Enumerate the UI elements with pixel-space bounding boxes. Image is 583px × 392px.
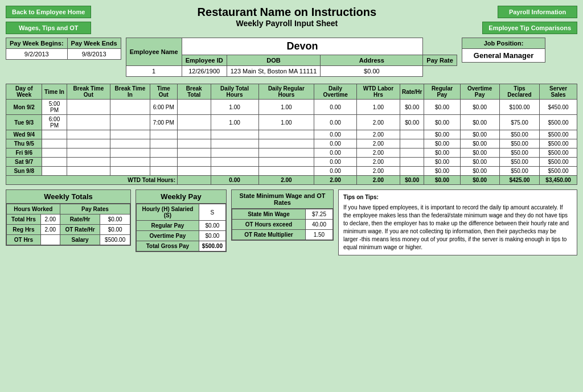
time-out-col[interactable]: 7:00 PM	[150, 115, 177, 130]
break-total-col[interactable]	[177, 100, 211, 115]
employee-tip-comparisons-button[interactable]: Employee Tip Comparisons	[482, 22, 577, 34]
wtd-labor-col[interactable]: 1.00	[356, 100, 400, 115]
daily-total-col[interactable]: 1.00	[211, 100, 258, 115]
emp-id-value[interactable]: 1	[126, 66, 182, 77]
break-in-col[interactable]	[110, 115, 150, 130]
emp-pay-rate-value[interactable]: $0.00	[321, 66, 423, 77]
daily-total-col[interactable]	[211, 130, 258, 139]
time-out-col[interactable]	[150, 148, 177, 158]
reg-hrs-value[interactable]: 2.00	[40, 225, 60, 235]
ot-hrs-value[interactable]	[40, 235, 60, 245]
reg-pay-col[interactable]: $0.00	[424, 115, 460, 130]
server-sales-col[interactable]: $500.00	[540, 167, 577, 176]
rate-hr-col[interactable]	[400, 158, 424, 167]
rate-hr-value[interactable]: $0.00	[100, 214, 130, 225]
time-in-col[interactable]	[42, 139, 67, 148]
daily-total-col[interactable]	[211, 139, 258, 148]
server-sales-col[interactable]: $450.00	[540, 100, 577, 115]
daily-ot-col[interactable]: 0.00	[314, 148, 357, 158]
daily-total-col[interactable]	[211, 167, 258, 176]
wages-tips-button[interactable]: Wages, Tips and OT	[6, 22, 91, 34]
time-out-col[interactable]	[150, 139, 177, 148]
break-in-col[interactable]	[110, 158, 150, 167]
tips-col[interactable]: $50.00	[499, 167, 539, 176]
daily-ot-col[interactable]: 0.00	[314, 130, 357, 139]
break-in-col[interactable]	[110, 139, 150, 148]
reg-pay-col[interactable]: $0.00	[424, 130, 460, 139]
payweek-begins-value[interactable]: 9/2/2013	[6, 49, 68, 60]
reg-pay-col[interactable]: $0.00	[424, 100, 460, 115]
back-to-employee-home-button[interactable]: Back to Employee Home	[6, 6, 91, 18]
break-total-col[interactable]	[177, 139, 211, 148]
ot-rate-multiplier-value[interactable]: 1.50	[305, 230, 332, 240]
gross-pay-value[interactable]: $500.00	[199, 241, 225, 251]
daily-total-col[interactable]: 1.00	[211, 115, 258, 130]
wtd-labor-col[interactable]: 2.00	[356, 167, 400, 176]
ot-rate-value[interactable]: $0.00	[100, 225, 130, 235]
tips-col[interactable]: $75.00	[499, 115, 539, 130]
break-total-col[interactable]	[177, 158, 211, 167]
rate-hr-col[interactable]	[400, 130, 424, 139]
reg-pay-value[interactable]: $0.00	[199, 221, 225, 231]
break-in-col[interactable]	[110, 148, 150, 158]
ot-pay-col[interactable]: $0.00	[460, 100, 499, 115]
emp-dob-value[interactable]: 12/26/1900	[182, 66, 227, 77]
daily-ot-col[interactable]: 0.00	[314, 115, 357, 130]
break-out-col[interactable]	[67, 167, 110, 176]
time-in-col[interactable]: 6:00 PM	[42, 115, 67, 130]
emp-address-value[interactable]: 123 Main St, Boston MA 11111	[227, 66, 321, 77]
daily-total-col[interactable]	[211, 148, 258, 158]
tips-col[interactable]: $50.00	[499, 148, 539, 158]
ot-pay-col[interactable]: $0.00	[460, 139, 499, 148]
rate-hr-col[interactable]	[400, 139, 424, 148]
daily-reg-col[interactable]: 1.00	[258, 115, 314, 130]
server-sales-col[interactable]: $500.00	[540, 148, 577, 158]
wtd-labor-col[interactable]: 2.00	[356, 148, 400, 158]
break-out-col[interactable]	[67, 148, 110, 158]
time-in-col[interactable]	[42, 148, 67, 158]
daily-reg-col[interactable]	[258, 167, 314, 176]
wtd-labor-col[interactable]: 2.00	[356, 115, 400, 130]
break-out-col[interactable]	[67, 139, 110, 148]
daily-reg-col[interactable]	[258, 158, 314, 167]
tips-col[interactable]: $50.00	[499, 158, 539, 167]
break-total-col[interactable]	[177, 130, 211, 139]
time-in-col[interactable]	[42, 167, 67, 176]
state-min-value[interactable]: $7.25	[305, 209, 332, 220]
daily-ot-col[interactable]: 0.00	[314, 158, 357, 167]
daily-ot-col[interactable]: 0.00	[314, 167, 357, 176]
wtd-labor-col[interactable]: 2.00	[356, 130, 400, 139]
daily-total-col[interactable]	[211, 158, 258, 167]
break-out-col[interactable]	[67, 158, 110, 167]
emp-name-value[interactable]: Devon	[182, 38, 423, 55]
ot-pay-col[interactable]: $0.00	[460, 115, 499, 130]
daily-ot-col[interactable]: 0.00	[314, 139, 357, 148]
break-in-col[interactable]	[110, 167, 150, 176]
payweek-ends-value[interactable]: 9/8/2013	[67, 49, 121, 60]
ot-pay-col[interactable]: $0.00	[460, 148, 499, 158]
break-out-col[interactable]	[67, 115, 110, 130]
break-in-col[interactable]	[110, 130, 150, 139]
wtd-labor-col[interactable]: 2.00	[356, 139, 400, 148]
server-sales-col[interactable]: $500.00	[540, 158, 577, 167]
total-hrs-value[interactable]: 2.00	[40, 214, 60, 225]
server-sales-col[interactable]: $500.00	[540, 115, 577, 130]
daily-reg-col[interactable]: 1.00	[258, 100, 314, 115]
break-total-col[interactable]	[177, 167, 211, 176]
daily-ot-col[interactable]: 0.00	[314, 100, 357, 115]
break-out-col[interactable]	[67, 130, 110, 139]
rate-hr-col[interactable]: $0.00	[400, 100, 424, 115]
ot-hours-value[interactable]: 40.00	[305, 220, 332, 230]
time-out-col[interactable]	[150, 130, 177, 139]
daily-reg-col[interactable]	[258, 139, 314, 148]
break-out-col[interactable]	[67, 100, 110, 115]
wtd-labor-col[interactable]: 2.00	[356, 158, 400, 167]
rate-hr-col[interactable]	[400, 148, 424, 158]
time-out-col[interactable]: 6:00 PM	[150, 100, 177, 115]
time-in-col[interactable]: 5:00 PM	[42, 100, 67, 115]
rate-hr-col[interactable]	[400, 167, 424, 176]
time-in-col[interactable]	[42, 158, 67, 167]
tips-col[interactable]: $50.00	[499, 130, 539, 139]
break-in-col[interactable]	[110, 100, 150, 115]
reg-pay-col[interactable]: $0.00	[424, 158, 460, 167]
